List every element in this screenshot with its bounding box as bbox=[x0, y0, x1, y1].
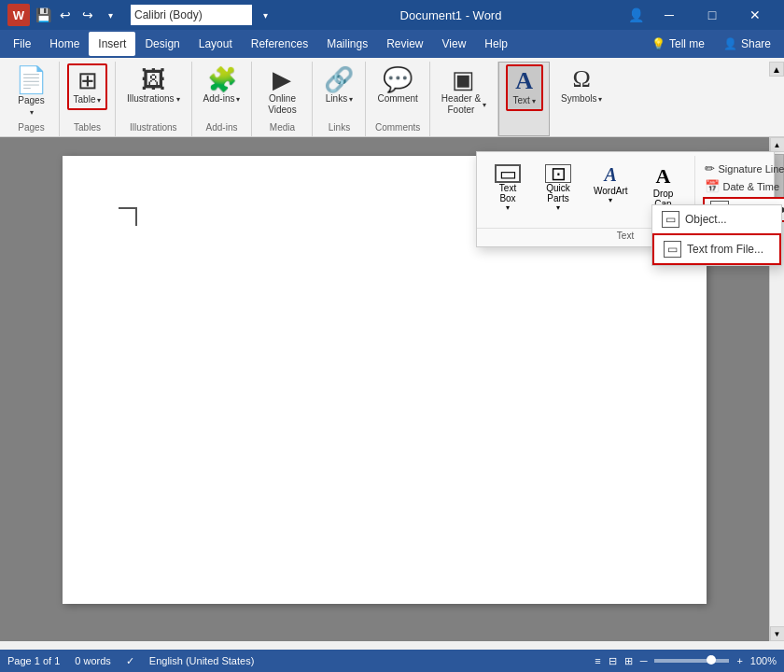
document-cursor bbox=[119, 207, 137, 226]
illustrations-group-label: Illustrations bbox=[116, 120, 191, 133]
menu-tellme[interactable]: 💡 Tell me bbox=[642, 32, 714, 56]
onlinevideos-icon: ▶ bbox=[273, 67, 291, 91]
addins-button[interactable]: 🧩 Add-ins ▾ bbox=[198, 63, 246, 108]
word-logo-icon: W bbox=[7, 4, 30, 26]
maximize-button[interactable]: □ bbox=[691, 0, 734, 30]
table-arrow: ▾ bbox=[97, 96, 101, 105]
textfromfile-submenu-item[interactable]: ▭ Text from File... bbox=[652, 233, 781, 265]
status-right: ≡ ⊟ ⊞ ─ + 100% bbox=[595, 655, 777, 667]
ribbon-group-pages: 📄 Pages ▾ Pages bbox=[4, 62, 60, 136]
redo-icon[interactable]: ↪ bbox=[78, 6, 97, 24]
object-submenu: ▭ Object... ▭ Text from File... bbox=[651, 204, 782, 266]
text-button[interactable]: A Text ▾ bbox=[506, 64, 543, 111]
save-icon[interactable]: 💾 bbox=[34, 6, 52, 24]
addins-label: Add-ins bbox=[203, 93, 235, 105]
datetime-item[interactable]: 📅 Date & Time bbox=[699, 177, 785, 195]
view-icon-3[interactable]: ⊞ bbox=[624, 655, 633, 667]
title-bar-center: Document1 - Word bbox=[400, 8, 502, 22]
text-arrow: ▾ bbox=[532, 97, 536, 105]
wordart-icon: A bbox=[605, 164, 617, 186]
object-submenu-item[interactable]: ▭ Object... bbox=[652, 205, 781, 233]
ribbon-group-illustrations: 🖼 Illustrations ▾ Illustrations bbox=[116, 62, 192, 136]
document-title: Document1 - Word bbox=[400, 8, 502, 22]
title-bar: W 💾 ↩ ↪ ▾ ▾ Document1 - Word 👤 ─ □ ✕ bbox=[0, 0, 784, 30]
symbols-label: Symbols bbox=[561, 93, 596, 105]
quickparts-dropdown-item[interactable]: ⊡ QuickParts ▾ bbox=[535, 160, 581, 217]
menu-insert[interactable]: Insert bbox=[89, 32, 135, 56]
menu-review[interactable]: Review bbox=[377, 32, 432, 56]
headerfooter-items: ▣ Header &Footer ▾ bbox=[436, 63, 492, 134]
menu-file[interactable]: File bbox=[4, 32, 40, 56]
object-submenu-icon: ▭ bbox=[662, 211, 679, 228]
menu-layout[interactable]: Layout bbox=[189, 32, 242, 56]
language: English (United States) bbox=[149, 655, 255, 666]
title-bar-right: 👤 ─ □ ✕ bbox=[627, 0, 777, 30]
comment-button[interactable]: 💬 Comment bbox=[371, 63, 423, 108]
textfromfile-label: Text from File... bbox=[687, 243, 763, 256]
headerfooter-label: Header &Footer bbox=[441, 93, 481, 116]
table-button[interactable]: ⊞ Table ▾ bbox=[67, 63, 108, 110]
menu-home[interactable]: Home bbox=[40, 32, 89, 56]
scroll-down-button[interactable]: ▼ bbox=[770, 626, 785, 641]
illustrations-icon: 🖼 bbox=[141, 67, 165, 91]
headerfooter-icon: ▣ bbox=[452, 67, 475, 91]
media-group-label: Media bbox=[252, 120, 312, 133]
window-controls: ─ □ ✕ bbox=[648, 0, 777, 30]
view-icon-1[interactable]: ≡ bbox=[595, 655, 600, 666]
menu-references[interactable]: References bbox=[242, 32, 317, 56]
links-icon: 🔗 bbox=[324, 67, 354, 91]
minimize-button[interactable]: ─ bbox=[648, 0, 691, 30]
menu-mailings[interactable]: Mailings bbox=[317, 32, 377, 56]
ribbon-group-headerfooter: ▣ Header &Footer ▾ bbox=[430, 62, 498, 136]
ribbon-content: 📄 Pages ▾ Pages ⊞ Table ▾ Tables bbox=[4, 62, 780, 136]
wordart-arrow: ▾ bbox=[609, 196, 612, 204]
onlinevideos-button[interactable]: ▶ OnlineVideos bbox=[262, 63, 301, 119]
tables-group-label: Tables bbox=[60, 120, 115, 133]
text-label: Text bbox=[512, 95, 529, 106]
ribbon-group-media: ▶ OnlineVideos Media bbox=[252, 62, 313, 136]
proofing-icon: ✓ bbox=[126, 655, 134, 667]
illustrations-button[interactable]: 🖼 Illustrations ▾ bbox=[121, 63, 186, 108]
pages-button[interactable]: 📄 Pages ▾ bbox=[9, 63, 53, 120]
zoom-thumb bbox=[707, 655, 716, 665]
textbox-arrow: ▾ bbox=[506, 203, 510, 212]
title-bar-left: W 💾 ↩ ↪ ▾ ▾ bbox=[7, 4, 274, 26]
addins-icon: 🧩 bbox=[207, 67, 237, 91]
menu-share[interactable]: 👤 Share bbox=[714, 32, 780, 56]
font-name-input[interactable] bbox=[131, 5, 252, 25]
ribbon-group-text: A Text ▾ bbox=[498, 62, 550, 136]
symbols-arrow: ▾ bbox=[598, 95, 602, 104]
menu-design[interactable]: Design bbox=[135, 32, 189, 56]
signatureline-item[interactable]: ✏ Signature Line ▶ bbox=[699, 160, 785, 177]
symbols-icon: Ω bbox=[573, 67, 591, 91]
datetime-icon: 📅 bbox=[705, 179, 720, 193]
textbox-dropdown-item[interactable]: ▭ TextBox ▾ bbox=[484, 160, 531, 217]
close-button[interactable]: ✕ bbox=[734, 0, 777, 30]
headerfooter-button[interactable]: ▣ Header &Footer ▾ bbox=[436, 63, 492, 119]
customize-icon[interactable]: ▾ bbox=[101, 6, 119, 24]
profile-icon[interactable]: 👤 bbox=[627, 6, 646, 24]
ribbon-group-addins: 🧩 Add-ins ▾ Add-ins bbox=[192, 62, 253, 136]
illustrations-arrow: ▾ bbox=[176, 95, 180, 104]
links-button[interactable]: 🔗 Links ▾ bbox=[318, 63, 359, 108]
undo-icon[interactable]: ↩ bbox=[56, 6, 75, 24]
pages-arrow: ▾ bbox=[30, 108, 34, 117]
text-drop-group-label: Text bbox=[617, 231, 634, 241]
ribbon-collapse-button[interactable]: ▲ bbox=[769, 62, 784, 77]
menu-help[interactable]: Help bbox=[475, 32, 517, 56]
zoom-slider[interactable] bbox=[654, 659, 729, 663]
table-label: Table bbox=[74, 94, 96, 105]
symbols-button[interactable]: Ω Symbols ▾ bbox=[555, 63, 608, 108]
menu-view[interactable]: View bbox=[433, 32, 476, 56]
pages-label: Pages bbox=[18, 95, 44, 106]
wordart-dropdown-item[interactable]: A WordArt ▾ bbox=[585, 160, 637, 209]
ribbon-group-tables: ⊞ Table ▾ Tables bbox=[60, 62, 116, 136]
font-dropdown-icon[interactable]: ▾ bbox=[256, 6, 274, 24]
zoom-out-icon[interactable]: ─ bbox=[640, 655, 648, 666]
view-icon-2[interactable]: ⊟ bbox=[609, 655, 617, 667]
text-items: A Text ▾ bbox=[506, 64, 543, 133]
addins-arrow: ▾ bbox=[236, 95, 240, 104]
scroll-up-button[interactable]: ▲ bbox=[770, 137, 785, 152]
table-icon: ⊞ bbox=[77, 68, 98, 92]
zoom-in-icon[interactable]: + bbox=[736, 655, 742, 666]
